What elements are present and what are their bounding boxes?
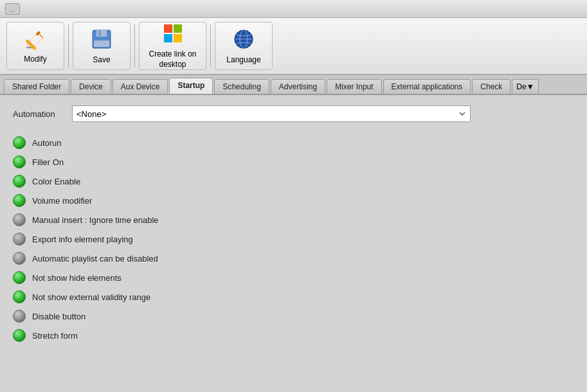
svg-rect-10 <box>164 34 172 42</box>
autorun-status-icon[interactable] <box>13 136 26 149</box>
tab-shared-folder[interactable]: Shared Folder <box>4 79 69 94</box>
title-bar-dots: ... <box>5 3 20 15</box>
tab-startup[interactable]: Startup <box>169 78 213 94</box>
automation-label: Automation <box>13 109 64 119</box>
save-icon <box>90 28 113 53</box>
tab-more[interactable]: De▼ <box>512 79 538 94</box>
option-autorun: Autorun <box>13 135 574 150</box>
desktop-icon <box>161 22 185 47</box>
tab-mixer-input[interactable]: Mixer Input <box>327 79 381 94</box>
main-content: Automation <None> Autorun Filler On Colo… <box>0 95 587 392</box>
language-button[interactable]: Language <box>215 22 273 70</box>
tab-scheduling[interactable]: Scheduling <box>214 79 269 94</box>
tab-check[interactable]: Check <box>472 79 510 94</box>
automation-select[interactable]: <None> <box>72 105 471 122</box>
volume-modifier-label: Volume modifier <box>32 196 92 206</box>
svg-rect-7 <box>94 40 109 47</box>
toolbar-divider-2 <box>134 24 135 67</box>
disable-button-status-icon[interactable] <box>13 310 26 323</box>
language-label: Language <box>226 55 260 64</box>
tab-device[interactable]: Device <box>71 79 111 94</box>
toolbar-divider-3 <box>210 24 211 67</box>
svg-rect-6 <box>98 31 101 36</box>
options-list: Autorun Filler On Color Enable Volume mo… <box>13 135 574 343</box>
auto-playlist-status-icon[interactable] <box>13 252 26 265</box>
modify-icon <box>24 29 47 52</box>
color-enable-status-icon[interactable] <box>13 175 26 188</box>
svg-rect-11 <box>174 34 182 42</box>
option-disable-button: Disable button <box>13 308 574 324</box>
svg-rect-9 <box>174 24 182 33</box>
volume-modifier-status-icon[interactable] <box>13 194 26 207</box>
auto-playlist-label: Automatic playlist can be disabled <box>32 254 158 263</box>
save-label: Save <box>93 55 110 64</box>
toolbar-divider-1 <box>68 24 69 67</box>
not-show-external-status-icon[interactable] <box>13 290 26 303</box>
create-link-label: Create link ondesktop <box>149 49 196 69</box>
disable-button-label: Disable button <box>32 312 86 321</box>
manual-insert-label: Manual insert : Ignore time enable <box>32 215 159 225</box>
tab-external-applications[interactable]: External applications <box>383 79 471 94</box>
modify-button[interactable]: Modify <box>6 22 64 70</box>
color-enable-label: Color Enable <box>32 177 80 186</box>
option-auto-playlist: Automatic playlist can be disabled <box>13 251 574 266</box>
create-link-button[interactable]: Create link ondesktop <box>139 22 206 70</box>
stretch-form-status-icon[interactable] <box>13 329 26 342</box>
tab-aux-device[interactable]: Aux Device <box>113 79 168 94</box>
option-not-show-hide: Not show hide elements <box>13 270 574 285</box>
export-info-status-icon[interactable] <box>13 233 26 245</box>
not-show-hide-label: Not show hide elements <box>32 273 122 283</box>
export-info-label: Export info element playing <box>32 235 133 244</box>
tabs-container: Shared Folder Device Aux Device Startup … <box>0 75 587 95</box>
tab-advertising[interactable]: Advertising <box>271 79 325 94</box>
option-volume-modifier: Volume modifier <box>13 193 574 208</box>
option-export-info: Export info element playing <box>13 231 574 247</box>
automation-row: Automation <None> <box>13 105 574 122</box>
manual-insert-status-icon[interactable] <box>13 213 26 226</box>
not-show-external-label: Not show external validity range <box>32 292 150 302</box>
svg-rect-5 <box>96 30 107 37</box>
toolbar: Modify Save Create link ondesktop <box>0 18 587 75</box>
filler-on-label: Filler On <box>32 157 64 167</box>
option-not-show-external: Not show external validity range <box>13 289 574 305</box>
option-filler-on: Filler On <box>13 154 574 170</box>
filler-on-status-icon[interactable] <box>13 156 26 168</box>
not-show-hide-status-icon[interactable] <box>13 271 26 284</box>
language-icon <box>232 28 255 53</box>
stretch-form-label: Stretch form <box>32 331 78 341</box>
title-bar: ... <box>0 0 587 18</box>
svg-rect-8 <box>164 24 172 33</box>
svg-rect-0 <box>25 39 37 50</box>
option-stretch-form: Stretch form <box>13 328 574 343</box>
save-button[interactable]: Save <box>73 22 131 70</box>
svg-rect-1 <box>26 47 32 48</box>
modify-label: Modify <box>24 55 46 64</box>
autorun-label: Autorun <box>32 138 62 148</box>
option-manual-insert: Manual insert : Ignore time enable <box>13 212 574 227</box>
option-color-enable: Color Enable <box>13 174 574 189</box>
